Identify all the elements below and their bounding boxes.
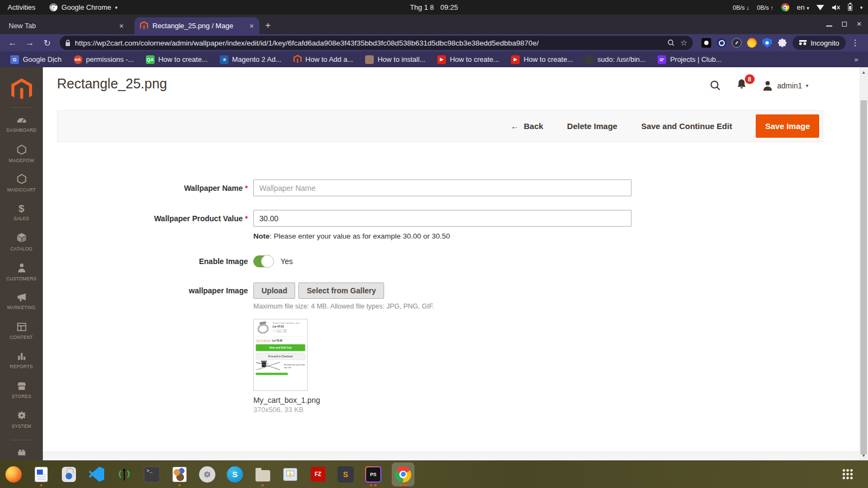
extension-shield-icon[interactable] [762,38,772,48]
back-button[interactable]: ← Back [511,121,544,131]
dock-item-sublime-text[interactable]: S [336,463,355,486]
dock-item-network-indicator[interactable] [115,463,133,486]
browser-reload-button[interactable]: ↻ [40,38,54,48]
page-scrollbar[interactable]: ▲ ▼ [859,67,868,460]
dock-item-vscode[interactable] [87,463,106,486]
search-icon[interactable] [710,80,722,92]
notifications-button[interactable]: 8 [736,78,748,93]
account-menu[interactable]: admin1 ▾ [762,80,808,92]
dock-item-chrome[interactable] [392,463,414,486]
zoom-icon[interactable] [667,39,675,47]
close-tab-icon[interactable]: × [115,22,124,30]
battery-icon[interactable] [848,4,852,11]
bookmark-how-to-create-1[interactable]: QA How to create... [141,54,213,66]
extension-screenshot-icon[interactable] [701,38,711,48]
dock-item-skype[interactable]: S [226,463,244,486]
browser-menu-icon[interactable]: ⋮ [851,38,859,48]
maximize-button[interactable] [842,22,847,27]
minimize-button[interactable] [826,25,832,27]
dock-item-files[interactable] [253,463,272,486]
app-menu[interactable]: Google Chrome ▾ [49,3,117,11]
bookmark-how-to-add[interactable]: How to Add a... [289,54,358,66]
browser-forward-button[interactable]: → [23,38,37,48]
dock-item-filezilla[interactable]: FZ [309,463,327,486]
bookmark-star-icon[interactable]: ☆ [680,38,687,48]
dock-item-phpstorm[interactable]: PS [364,463,382,486]
delete-image-button[interactable]: Delete Image [567,121,617,131]
scrollbar-thumb[interactable] [860,100,867,454]
activities-button[interactable]: Activities [8,3,35,11]
dock-item-gimp[interactable] [170,463,189,486]
tab-active[interactable]: Rectangle_25.png / Mage × [135,17,259,34]
bookmark-magento2[interactable]: » Magento 2 Ad... [215,54,286,66]
product-value-input[interactable] [253,210,631,227]
magento-logo[interactable] [0,67,43,102]
extension-circle-icon[interactable] [717,38,726,48]
tab-new-tab[interactable]: New Tab × [3,17,129,34]
extension-history-icon[interactable] [732,38,742,48]
bookmark-google-translate[interactable]: G Google Dịch [5,54,67,66]
bookmark-how-to-install[interactable]: How to install... [360,54,430,66]
volume-muted-icon[interactable] [832,4,840,11]
keyboard-layout[interactable]: en ▾ [797,3,809,11]
sidebar-item-find-partners[interactable]: FIND PARTNERS [0,441,43,461]
magento-icon [293,55,302,64]
dock-item-terminal[interactable]: >_ [143,463,161,486]
select-from-gallery-button[interactable]: Select from Gallery [298,282,384,299]
sidebar-item-catalog[interactable]: CATALOG [0,227,43,257]
sidebar-item-customers[interactable]: CUSTOMERS [0,257,43,287]
bookmark-projects[interactable]: Projects | Club... [653,54,726,66]
sidebar-item-system[interactable]: SYSTEM [0,404,43,434]
magento-sidebar: DASHBOARD MAGEPOW MAGICCART $ SALES [0,67,43,460]
close-window-button[interactable]: × [857,20,861,28]
net-speed-up: 0B/s↑ [757,4,774,11]
sidebar-item-reports[interactable]: REPORTS [0,345,43,375]
show-applications-button[interactable] [843,469,853,479]
lock-icon [65,40,71,47]
scroll-down-arrow[interactable]: ▼ [859,453,868,458]
image-thumbnail[interactable]: Suport hartie igienica, inox Lei 47.01 ×… [253,319,308,391]
sidebar-item-sales[interactable]: $ SALES [0,198,43,228]
screen: Activities Google Chrome ▾ Thg 1 8 09:25… [0,0,868,488]
close-tab-icon[interactable]: × [245,22,254,30]
sidebar-item-dashboard[interactable]: DASHBOARD [0,109,43,139]
bookmarks-overflow-button[interactable]: » [854,55,863,63]
bookmark-permissions[interactable]: ask permissions -... [69,54,139,66]
browser-back-button[interactable]: ← [5,38,20,48]
upload-button[interactable]: Upload [253,282,295,299]
sidebar-item-stores[interactable]: STORES [0,375,43,405]
wifi-icon[interactable] [816,5,824,10]
extensions-puzzle-icon[interactable] [777,38,787,48]
bookmark-sudo[interactable]: sudo: /usr/bin... [580,54,650,66]
google-translate-icon: G [10,55,19,64]
bookmark-how-to-create-2[interactable]: ▶ How to create... [432,54,504,66]
new-tab-button[interactable]: + [265,20,271,31]
sidebar-item-marketing[interactable]: MARKETING [0,286,43,316]
sidebar-item-content[interactable]: CONTENT [0,316,43,346]
wallpaper-name-input[interactable] [253,179,631,196]
extension-colorful-icon[interactable] [747,38,757,48]
chevron-down-icon: ▾ [115,5,118,10]
scroll-up-arrow[interactable]: ▲ [859,70,868,75]
thumbnail-filename: My_cart_box_1.png [253,396,320,404]
system-menu-caret[interactable]: ▾ [860,5,863,10]
sidebar-divider [11,440,32,440]
askubuntu-icon: ask [74,55,82,64]
bookmark-how-to-create-3[interactable]: ▶ How to create... [506,54,578,66]
sidebar-item-magiccart[interactable]: MAGICCART [0,168,43,198]
dock-item-firefox[interactable] [4,463,23,486]
up-arrow-icon: ↑ [770,4,774,11]
back-arrow-icon: ← [511,121,519,131]
dock-item-settings[interactable] [198,463,216,486]
clock[interactable]: Thg 1 8 09:25 [410,3,458,11]
dock-item-ubuntu-software[interactable] [60,463,78,486]
address-bar[interactable]: https://wp2cart.com/colornew/admin/wallp… [60,36,693,50]
incognito-badge[interactable]: Incognito [793,36,846,50]
dock-item-winscp[interactable] [281,463,299,486]
save-image-button[interactable]: Save Image [756,114,819,138]
enable-image-toggle[interactable] [253,255,273,267]
save-and-continue-button[interactable]: Save and Continue Edit [641,121,732,131]
sidebar-item-magepow[interactable]: MAGEPOW [0,139,43,169]
chrome-indicator-icon[interactable] [781,3,789,11]
dock-item-libreoffice-writer[interactable] [32,463,50,486]
